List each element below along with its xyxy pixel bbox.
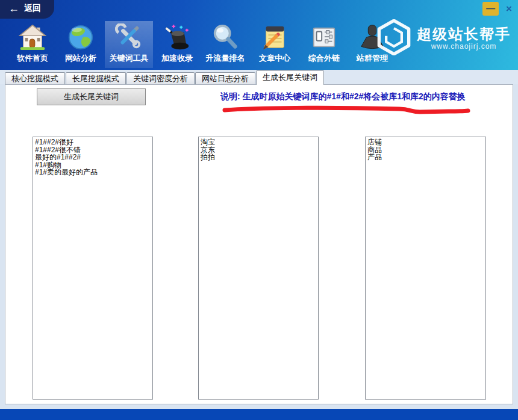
header: ← 返回 — × 软件首页: [0, 0, 518, 70]
bottom-bar: [0, 409, 518, 420]
nav-label: 加速收录: [161, 53, 193, 64]
tab-core-mining[interactable]: 核心挖掘模式: [5, 72, 65, 84]
frame-strip: [0, 404, 518, 409]
globe-icon: [67, 22, 95, 53]
nav-item-traffic-rank[interactable]: 升流量排名: [201, 21, 249, 68]
nav-label: 综合外链: [308, 53, 340, 64]
nav-item-speed-index[interactable]: 加速收录: [153, 21, 201, 68]
nav-item-article-center[interactable]: 文章中心: [249, 21, 300, 68]
nav-label: 升流量排名: [206, 53, 245, 64]
replacement-list-1[interactable]: 淘宝 京东 拍拍: [198, 137, 319, 400]
tab-keyword-density[interactable]: 关键词密度分析: [126, 72, 195, 84]
minimize-button[interactable]: —: [482, 2, 499, 16]
nav-item-home[interactable]: 软件首页: [8, 21, 57, 68]
nav-label: 网站分析: [65, 53, 96, 64]
red-underline-mark: [219, 104, 474, 117]
window-controls: — ×: [482, 2, 512, 16]
nav-label: 软件首页: [17, 53, 48, 64]
tab-site-log[interactable]: 网站日志分析: [195, 72, 255, 84]
back-label: 返回: [24, 3, 41, 14]
article-icon: [261, 22, 289, 53]
brand-name: 超级站长帮手: [417, 26, 511, 42]
hexagon-logo-icon: [377, 19, 411, 58]
nav-label: 文章中心: [259, 53, 290, 64]
generate-longtail-button[interactable]: 生成长尾关键词: [37, 88, 146, 105]
nav-item-backlinks[interactable]: 综合外链: [300, 21, 348, 68]
nav-item-site-analysis[interactable]: 网站分析: [57, 21, 105, 68]
brand-url: www.chaojirj.com: [417, 42, 511, 51]
keyword-template-list[interactable]: #1##2#很好 #1##2#很不错 最好的#1##2# #1#购物 #1#卖的…: [33, 137, 153, 400]
tab-longtail-mining[interactable]: 长尾挖掘模式: [66, 72, 126, 84]
nav-item-keyword-tools[interactable]: 关键词工具: [105, 21, 153, 68]
tab-generate-longtail[interactable]: 生成长尾关键词: [256, 70, 324, 85]
back-button[interactable]: ← 返回: [0, 0, 54, 19]
sliders-icon: [310, 22, 338, 53]
nav-label: 关键词工具: [110, 53, 149, 64]
magnifier-icon: [211, 22, 239, 53]
back-arrow-icon: ←: [8, 4, 19, 13]
magic-hat-icon: [163, 22, 191, 53]
content-panel: 生成长尾关键词 说明: 生成时原始关键词库的#1#和#2#将会被库1和库2的内容…: [5, 84, 513, 404]
tab-bar: 核心挖掘模式 长尾挖掘模式 关键词密度分析 网站日志分析 生成长尾关键词: [0, 70, 518, 84]
main-nav: 软件首页 网站分析: [8, 21, 396, 68]
tools-icon: [115, 22, 143, 53]
brand-logo: 超级站长帮手 www.chaojirj.com: [377, 19, 511, 58]
close-button[interactable]: ×: [506, 2, 512, 16]
instruction-note: 说明: 生成时原始关键词库的#1#和#2#将会被库1和库2的内容替换: [220, 91, 466, 102]
app-window: ← 返回 — × 软件首页: [0, 0, 518, 420]
replacement-list-2[interactable]: 店铺 商品 产品: [365, 137, 486, 400]
home-icon: [19, 22, 46, 53]
